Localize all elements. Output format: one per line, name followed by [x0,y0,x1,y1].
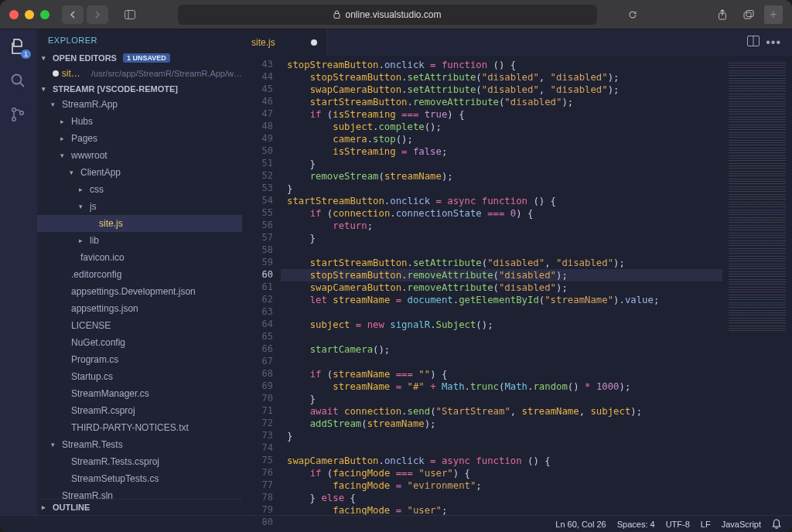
chevron-down-icon: ▾ [60,148,68,162]
code-line[interactable]: subject = new signalR.Subject(); [281,319,722,331]
browser-tabs-button[interactable] [738,5,760,24]
code-line[interactable]: stopStreamButton.onclick = function () { [281,59,722,71]
file-item[interactable]: NuGet.config [37,334,242,351]
tree-item-label: StreamSetupTests.cs [71,472,159,486]
file-item[interactable]: StreamR.Tests.csproj [37,453,242,470]
file-item[interactable]: StreamR.csproj [37,402,242,419]
folder-item[interactable]: ▸css [37,181,242,198]
folder-item[interactable]: ▸Hubs [37,113,242,130]
file-item[interactable]: .editorconfig [37,266,242,283]
file-item[interactable]: StreamR.sln [37,487,242,499]
minimap[interactable] [722,56,792,515]
code-line[interactable]: startStreamButton.onclick = async functi… [281,195,722,207]
browser-back-button[interactable] [62,5,84,24]
code-line[interactable]: swapCameraButton.onclick = async functio… [281,455,722,467]
folder-item[interactable]: ▸lib [37,232,242,249]
code-line[interactable]: } [281,393,722,405]
code-line[interactable]: facingMode = "evironment"; [281,479,722,492]
status-encoding[interactable]: UTF-8 [666,520,690,529]
code-line[interactable]: } [281,182,722,195]
code-line[interactable]: if (facingMode === "user") { [281,467,722,479]
code-line[interactable]: isStreaming = false; [281,145,722,158]
browser-forward-button[interactable] [87,5,108,24]
code-line[interactable] [281,244,722,257]
file-item[interactable]: THIRD-PARTY-NOTICES.txt [37,419,242,436]
code-line[interactable]: } [281,430,722,442]
code-line[interactable]: streamName = "#" + Math.trunc(Math.rando… [281,380,722,393]
folder-item[interactable]: ▾wwwroot [37,147,242,164]
browser-url-bar[interactable]: online.visualstudio.com [178,5,597,25]
workspace-header[interactable]: ▾ STREAMR [VSCODE-REMOTE] [37,82,242,96]
file-item[interactable]: StreamSetupTests.cs [37,470,242,487]
tree-item-label: StreamManager.cs [71,387,149,401]
code-line[interactable]: } [281,232,722,244]
code-line[interactable]: } else { [281,492,722,504]
code-line[interactable]: removeStream(streamName); [281,170,722,182]
window-minimize-button[interactable] [25,10,34,19]
activity-source-control-icon[interactable] [9,105,29,125]
code-line[interactable]: if (connection.connectionState === 0) { [281,207,722,220]
code-line[interactable] [281,331,722,343]
file-item[interactable]: StreamManager.cs [37,385,242,402]
status-eol[interactable]: LF [701,520,711,529]
file-item[interactable]: Program.cs [37,351,242,368]
line-number-gutter: 4344454647484950515253545556575859606162… [242,56,281,515]
code-line[interactable] [281,306,722,319]
code-line[interactable] [281,442,722,455]
folder-item[interactable]: ▾ClientApp [37,164,242,181]
status-bar: Ln 60, Col 26 Spaces: 4 UTF-8 LF JavaScr… [0,515,792,532]
code-line[interactable]: addStream(streamName); [281,418,722,430]
code-line[interactable]: startStreamButton.removeAttribute("disab… [281,96,722,108]
code-editor[interactable]: stopStreamButton.onclick = function () {… [281,56,722,515]
folder-item[interactable]: ▸Pages [37,130,242,147]
file-item[interactable]: appsettings.Development.json [37,283,242,300]
tab-site-js[interactable]: site.js [242,29,327,56]
browser-share-button[interactable] [712,5,733,24]
code-line[interactable]: swapCameraButton.setAttribute("disabled"… [281,84,722,96]
folder-item[interactable]: ▾StreamR.Tests [37,436,242,453]
code-line[interactable]: } [281,158,722,170]
code-line[interactable] [281,356,722,368]
file-item[interactable]: appsettings.json [37,300,242,317]
window-controls [9,10,50,19]
file-item[interactable]: favicon.ico [37,249,242,266]
code-line[interactable]: await connection.send("StartStream", str… [281,405,722,418]
code-line[interactable]: startStreamButton.setAttribute("disabled… [281,257,722,269]
notifications-bell-icon[interactable] [772,519,781,529]
status-language[interactable]: JavaScript [722,520,761,529]
code-line[interactable]: swapCameraButton.removeAttribute("disabl… [281,281,722,294]
reload-icon[interactable] [628,10,637,19]
folder-item[interactable]: ▾StreamR.App [37,96,242,113]
more-actions-icon[interactable]: ••• [766,36,781,49]
code-line[interactable]: if (streamName === "") { [281,368,722,380]
code-line[interactable]: stopStreamButton.removeAttribute("disabl… [281,269,722,281]
activity-search-icon[interactable] [9,71,29,91]
code-line[interactable]: let streamName = document.getElementById… [281,294,722,306]
split-editor-icon[interactable] [747,36,760,49]
file-item[interactable]: Startup.cs [37,368,242,385]
file-item[interactable]: site.js [37,215,242,232]
open-editor-item[interactable]: site.js/usr/src/app/StreamR/StreamR.App/… [37,65,242,82]
browser-sidebar-button[interactable] [119,5,141,24]
tab-dirty-indicator-icon[interactable] [311,39,317,46]
code-line[interactable]: return; [281,220,722,232]
open-editors-header[interactable]: ▾ OPEN EDITORS 1 UNSAVED [37,51,242,65]
code-line[interactable]: camera.stop(); [281,133,722,145]
browser-new-tab-button[interactable]: + [764,5,783,24]
code-line[interactable]: subject.complete(); [281,121,722,133]
code-line[interactable]: startCamera(); [281,343,722,356]
file-item[interactable]: LICENSE [37,317,242,334]
folder-item[interactable]: ▾js [37,198,242,215]
status-spaces[interactable]: Spaces: 4 [617,520,655,529]
svg-point-9 [12,118,16,121]
outline-header[interactable]: ▸ OUTLINE [37,499,242,515]
code-line[interactable]: facingMode = "user"; [281,504,722,515]
code-line[interactable]: stopStreamButton.setAttribute("disabled"… [281,71,722,84]
code-line[interactable]: if (isStreaming === true) { [281,108,722,121]
tree-item-label: site.js [99,217,123,230]
status-ln-col[interactable]: Ln 60, Col 26 [555,520,606,529]
window-zoom-button[interactable] [40,10,50,19]
activity-explorer-icon[interactable]: 1 [9,37,29,57]
window-close-button[interactable] [9,10,19,19]
browser-titlebar: online.visualstudio.com + [0,0,792,29]
